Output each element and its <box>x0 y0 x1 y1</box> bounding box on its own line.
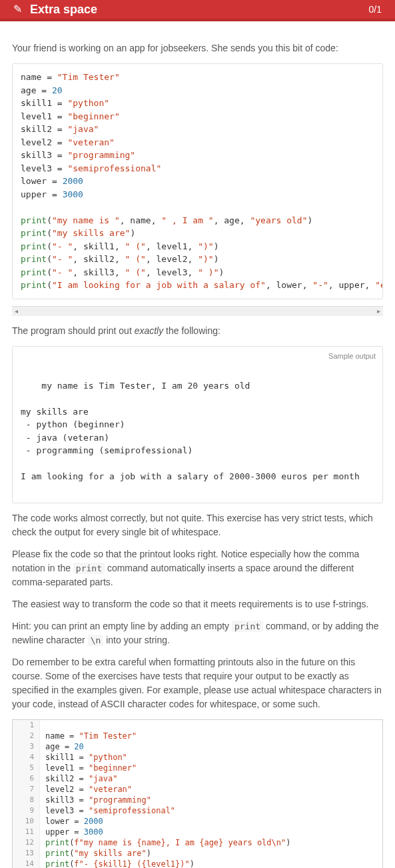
line-number: 12 <box>13 837 40 848</box>
editor-line[interactable]: 4skill1 = "python" <box>13 752 382 763</box>
editor-line[interactable]: 12print(f"my name is {name}, I am {age} … <box>13 837 382 848</box>
editor-line[interactable]: 1 <box>13 720 382 731</box>
exercise-body: Your friend is working on an app for job… <box>0 21 395 868</box>
paragraph-hint: Hint: you can print an empty line by add… <box>12 619 383 647</box>
line-number: 13 <box>13 848 40 859</box>
paragraph-strict-tests: The code works almost correctly, but not… <box>12 511 383 539</box>
editor-line[interactable]: 9level3 = "semiprofessional" <box>13 805 382 816</box>
code-editor[interactable]: 12name = "Tim Tester"3age = 204skill1 = … <box>12 719 383 868</box>
editor-line[interactable]: 8skill3 = "programming" <box>13 795 382 805</box>
line-number: 2 <box>13 731 40 741</box>
scrollbar[interactable]: ◂▸ <box>12 306 383 316</box>
paragraph-careful: Do remember to be extra careful when for… <box>12 655 383 711</box>
line-number: 6 <box>13 773 40 784</box>
editor-line[interactable]: 7level2 = "veteran" <box>13 784 382 795</box>
editor-line[interactable]: 14print(f"- {skill1} ({level1})") <box>13 859 382 868</box>
editor-line[interactable]: 11upper = 3000 <box>13 827 382 837</box>
editor-line[interactable]: 10lower = 2000 <box>13 816 382 827</box>
line-number: 10 <box>13 816 40 827</box>
sample-output-block: Sample output my name is Tim Tester, I a… <box>12 346 383 504</box>
line-number: 11 <box>13 827 40 837</box>
line-number: 7 <box>13 784 40 795</box>
line-number: 5 <box>13 763 40 773</box>
pencil-icon: ✎ <box>13 1 22 17</box>
line-number: 4 <box>13 752 40 763</box>
editor-line[interactable]: 13print("my skills are") <box>13 848 382 859</box>
editor-line[interactable]: 3age = 20 <box>13 741 382 752</box>
expected-output-intro: The program should print out exactly the… <box>12 324 383 338</box>
paragraph-comma-notation: Please fix the code so that the printout… <box>12 547 383 589</box>
exercise-score: 0/1 <box>369 3 382 17</box>
editor-line[interactable]: 6skill2 = "java" <box>13 773 382 784</box>
sample-output-text: my name is Tim Tester, I am 20 years old… <box>21 381 360 482</box>
line-number: 9 <box>13 805 40 816</box>
line-number: 8 <box>13 795 40 805</box>
line-number: 3 <box>13 741 40 752</box>
sample-output-label: Sample output <box>328 351 376 362</box>
editor-line[interactable]: 2name = "Tim Tester" <box>13 731 382 741</box>
given-code-block: name = "Tim Tester" age = 20 skill1 = "p… <box>12 63 383 299</box>
line-number: 14 <box>13 859 40 868</box>
line-number: 1 <box>13 720 40 731</box>
editor-line[interactable]: 5level1 = "beginner" <box>13 763 382 773</box>
exercise-title: Extra space <box>30 1 369 19</box>
exercise-header: ✎ Extra space 0/1 <box>0 0 395 21</box>
paragraph-fstrings: The easiest way to transform the code so… <box>12 597 383 611</box>
intro-text: Your friend is working on an app for job… <box>12 41 383 55</box>
